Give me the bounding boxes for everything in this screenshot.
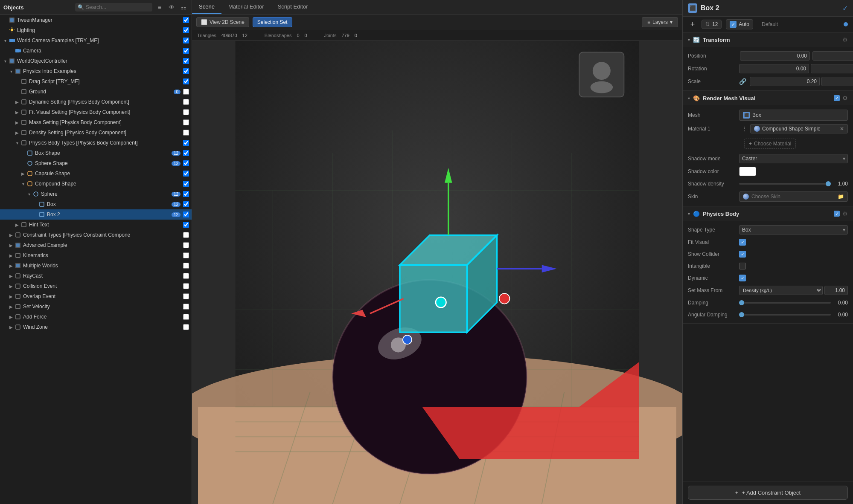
dynamic-checkbox[interactable] bbox=[739, 275, 746, 281]
choose-material-button[interactable]: + Choose Material bbox=[744, 139, 796, 149]
tree-arrow-world_obj[interactable]: ▾ bbox=[2, 59, 9, 64]
tree-checkbox-set_velocity[interactable] bbox=[183, 304, 189, 310]
tree-checkbox-multiple_worlds[interactable] bbox=[183, 263, 189, 269]
tree-item-box_child[interactable]: Box12 bbox=[0, 199, 192, 209]
search-bar[interactable]: 🔍 bbox=[75, 3, 152, 12]
scale-x-input[interactable] bbox=[750, 77, 820, 86]
density-select[interactable]: Density (kg/L) bbox=[739, 286, 823, 295]
tree-arrow-fit_visual[interactable]: ▶ bbox=[14, 110, 20, 115]
mesh-selector[interactable]: ⬛ Box bbox=[739, 110, 848, 121]
damping-slider[interactable] bbox=[739, 302, 831, 304]
shadow-density-slider[interactable] bbox=[739, 183, 831, 185]
tree-item-constraint_types[interactable]: ▶Constraint Types [Physics Constraint Co… bbox=[0, 230, 192, 240]
material-chip[interactable]: Compound Shape Simple ✕ bbox=[750, 124, 848, 133]
add-constraint-button[interactable]: + + Add Constraint Object bbox=[688, 486, 848, 500]
position-x-input[interactable] bbox=[740, 51, 810, 61]
transform-gear-icon[interactable]: ⚙ bbox=[842, 36, 848, 43]
angular-damping-slider[interactable] bbox=[739, 314, 831, 316]
tree-checkbox-collision_event[interactable] bbox=[183, 283, 189, 289]
layers-button[interactable]: ≡ Layers ▾ bbox=[642, 17, 678, 27]
render-mesh-section-header[interactable]: ▾ 🎨 Render Mesh Visual ⚙ bbox=[683, 91, 853, 105]
fit-visual-checkbox[interactable] bbox=[739, 239, 746, 246]
tree-checkbox-mass_setting[interactable] bbox=[183, 119, 189, 125]
tree-checkbox-density_setting[interactable] bbox=[183, 130, 189, 136]
tree-checkbox-world_obj[interactable] bbox=[183, 58, 189, 64]
render-mesh-enable-checkbox[interactable] bbox=[834, 95, 840, 101]
shadow-mode-select[interactable]: Caster bbox=[739, 154, 848, 163]
tree-checkbox-fit_visual[interactable] bbox=[183, 109, 189, 115]
tree-checkbox-physics_body_types[interactable] bbox=[183, 140, 189, 146]
auto-checkbox[interactable]: Auto bbox=[726, 19, 753, 29]
tree-arrow-mass_setting[interactable]: ▶ bbox=[14, 120, 20, 125]
tree-checkbox-ground[interactable] bbox=[183, 89, 189, 95]
tree-item-mass_setting[interactable]: ▶Mass Setting [Physics Body Component] bbox=[0, 117, 192, 127]
tree-item-fit_visual[interactable]: ▶Fit Visual Setting [Physics Body Compon… bbox=[0, 107, 192, 117]
tree-checkbox-capsule_shape[interactable] bbox=[183, 171, 189, 177]
render-mesh-gear-icon[interactable]: ⚙ bbox=[842, 95, 848, 101]
material-dots-button[interactable]: ⋮ bbox=[741, 125, 748, 132]
tree-checkbox-camera[interactable] bbox=[183, 48, 189, 54]
tree-arrow-advanced_example[interactable]: ▶ bbox=[8, 243, 15, 248]
tab-script-editor[interactable]: Script Editor bbox=[271, 0, 315, 14]
tree-checkbox-add_force[interactable] bbox=[183, 314, 189, 320]
rotation-x-input[interactable] bbox=[739, 64, 809, 73]
tree-arrow-kinematics[interactable]: ▶ bbox=[8, 253, 15, 258]
tree-arrow-density_setting[interactable]: ▶ bbox=[14, 130, 20, 135]
tree-arrow-dynamic_setting[interactable]: ▶ bbox=[14, 100, 20, 104]
tree-item-lighting[interactable]: Lighting bbox=[0, 25, 192, 35]
rotation-y-input[interactable] bbox=[811, 64, 853, 73]
tree-checkbox-sphere_child[interactable] bbox=[183, 191, 189, 197]
tree-item-sphere_shape[interactable]: Sphere Shape12 bbox=[0, 158, 192, 168]
shadow-color-picker[interactable] bbox=[739, 167, 756, 176]
tree-item-add_force[interactable]: ▶Add Force bbox=[0, 312, 192, 322]
tree-item-drag_script[interactable]: Drag Script [TRY_ME] bbox=[0, 76, 192, 87]
tree-checkbox-hint_text[interactable] bbox=[183, 222, 189, 228]
tree-item-raycast[interactable]: ▶RayCast bbox=[0, 271, 192, 281]
tree-checkbox-kinematics[interactable] bbox=[183, 252, 189, 258]
scale-y-input[interactable] bbox=[821, 77, 853, 86]
tree-arrow-collision_event[interactable]: ▶ bbox=[8, 284, 15, 289]
tree-item-box2_child[interactable]: Box 212 bbox=[0, 209, 192, 220]
tree-checkbox-box_child[interactable] bbox=[183, 201, 189, 207]
tree-checkbox-box2_child[interactable] bbox=[183, 211, 189, 217]
tree-arrow-capsule_shape[interactable]: ▶ bbox=[20, 171, 26, 176]
tree-checkbox-wind_zone[interactable] bbox=[183, 324, 189, 330]
default-button[interactable]: Default bbox=[757, 20, 782, 29]
sort-button[interactable]: ≡ bbox=[155, 3, 164, 12]
tree-arrow-physics_intro[interactable]: ▾ bbox=[8, 69, 15, 74]
tree-checkbox-drag_script[interactable] bbox=[183, 78, 189, 84]
tree-checkbox-sphere_shape[interactable] bbox=[183, 160, 189, 166]
tree-item-camera[interactable]: Camera bbox=[0, 46, 192, 56]
tree-arrow-overlap_event[interactable]: ▶ bbox=[8, 294, 15, 299]
tree-arrow-physics_body_types[interactable]: ▾ bbox=[14, 141, 20, 145]
tree-arrow-wind_zone[interactable]: ▶ bbox=[8, 325, 15, 330]
physics-body-gear-icon[interactable]: ⚙ bbox=[842, 210, 848, 217]
tree-checkbox-lighting[interactable] bbox=[183, 27, 189, 33]
tree-arrow-constraint_types[interactable]: ▶ bbox=[8, 233, 15, 238]
physics-body-section-header[interactable]: ▾ 🔵 Physics Body ⚙ bbox=[683, 206, 853, 221]
tree-arrow-compound_shape[interactable]: ▾ bbox=[20, 182, 26, 186]
tree-checkbox-advanced_example[interactable] bbox=[183, 242, 189, 248]
add-component-button[interactable]: + bbox=[688, 20, 697, 29]
tree-item-set_velocity[interactable]: ▶Set Velocity bbox=[0, 301, 192, 312]
tab-scene[interactable]: Scene bbox=[192, 0, 221, 14]
tree-item-tween[interactable]: TweenManager bbox=[0, 15, 192, 25]
tree-arrow-sphere_child[interactable]: ▾ bbox=[26, 192, 32, 197]
tree-item-physics_body_types[interactable]: ▾Physics Body Types [Physics Body Compon… bbox=[0, 138, 192, 148]
tree-item-kinematics[interactable]: ▶Kinematics bbox=[0, 250, 192, 261]
tree-item-compound_shape[interactable]: ▾Compound Shape bbox=[0, 179, 192, 189]
tree-checkbox-tween[interactable] bbox=[183, 17, 189, 23]
tree-item-ground[interactable]: Ground0 bbox=[0, 87, 192, 97]
tree-checkbox-compound_shape[interactable] bbox=[183, 181, 189, 187]
tree-arrow-multiple_worlds[interactable]: ▶ bbox=[8, 264, 15, 268]
tree-item-capsule_shape[interactable]: ▶Capsule Shape bbox=[0, 168, 192, 179]
tree-arrow-raycast[interactable]: ▶ bbox=[8, 274, 15, 278]
tree-item-collision_event[interactable]: ▶Collision Event bbox=[0, 281, 192, 291]
selection-set-button[interactable]: Selection Set bbox=[253, 17, 292, 27]
tree-item-world_obj[interactable]: ▾WorldObjectController bbox=[0, 56, 192, 66]
search-input[interactable] bbox=[86, 4, 150, 10]
tree-arrow-hint_text[interactable]: ▶ bbox=[14, 223, 20, 227]
physics-body-enable-checkbox[interactable] bbox=[834, 211, 840, 217]
tree-checkbox-world_camera[interactable] bbox=[183, 38, 189, 43]
scene-viewport[interactable] bbox=[192, 41, 682, 504]
